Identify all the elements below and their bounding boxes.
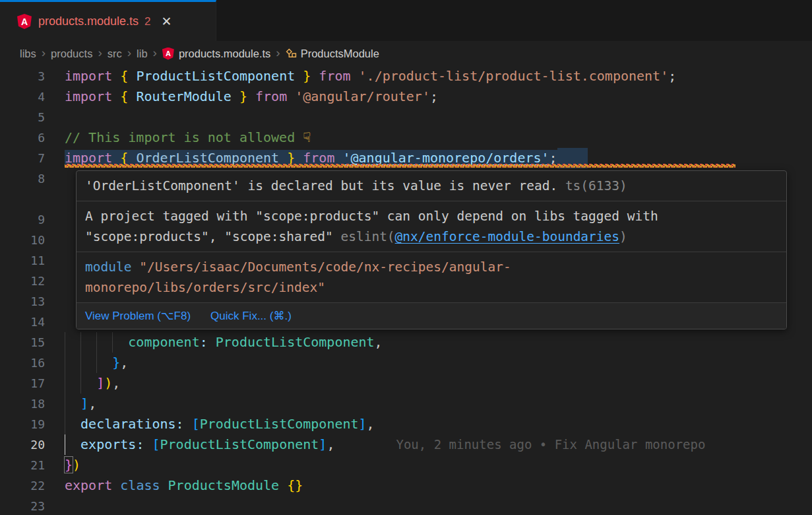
code-token: from — [319, 68, 350, 84]
ts-error-message: 'OrderListComponent' is declared but its… — [85, 178, 557, 193]
ts-error-code: ts(6133) — [557, 178, 627, 193]
code-line-content[interactable]: declarations: [ProductListComponent], — [65, 414, 812, 434]
code-line-content[interactable]: }, — [65, 353, 812, 373]
code-line-20[interactable]: 20exports: [ProductListComponent],You, 2… — [0, 434, 812, 455]
code-line-22[interactable]: 22export class ProductsModule {} — [0, 475, 812, 496]
code-line-15[interactable]: 15component: ProductListComponent, — [0, 332, 812, 353]
line-number[interactable]: 21 — [0, 455, 45, 475]
code-token — [295, 68, 303, 84]
code-line-content[interactable]: component: ProductListComponent, — [65, 332, 812, 353]
line-number[interactable]: 4 — [0, 86, 45, 107]
view-problem-button[interactable]: View Problem (⌥F8) — [85, 306, 191, 326]
code-line-6[interactable]: 6// This import is not allowed ☟ — [0, 127, 812, 148]
code-line-content[interactable]: exports: [ProductListComponent],You, 2 m… — [65, 434, 812, 455]
code-token: } — [112, 355, 120, 370]
line-number[interactable]: 6 — [0, 127, 45, 148]
code-token: , — [112, 375, 120, 391]
code-line-3[interactable]: 3import { ProductListComponent } from '.… — [0, 66, 812, 86]
indent-guide — [65, 414, 80, 434]
code-line-4[interactable]: 4import { RouterModule } from '@angular/… — [0, 86, 812, 107]
line-number[interactable]: 18 — [0, 394, 45, 414]
code-token: : — [176, 416, 192, 432]
code-line-18[interactable]: 18], — [0, 394, 812, 414]
code-line-5[interactable]: 5 — [0, 107, 812, 127]
code-line-content[interactable]: ], — [65, 394, 812, 414]
code-line-content[interactable] — [65, 496, 812, 515]
code-token: './product-list/product-list.component' — [359, 68, 669, 84]
breadcrumb-symbol[interactable]: ProductsModule — [286, 48, 379, 60]
code-token: ] — [80, 395, 88, 411]
line-number[interactable]: 3 — [0, 66, 45, 86]
code-line-17[interactable]: 17]), — [0, 373, 812, 394]
code-token: , — [375, 334, 383, 350]
code-token: import — [65, 88, 112, 104]
code-token: '@angular/router' — [295, 88, 430, 104]
eslint-rule-link[interactable]: @nx/enforce-module-boundaries — [395, 229, 619, 244]
code-line-content[interactable]: export class ProductsModule {} — [65, 475, 812, 496]
line-number[interactable]: 20 — [0, 434, 45, 455]
line-number[interactable]: 23 — [0, 496, 45, 515]
code-token: ProductsModule — [168, 477, 280, 493]
code-line-content[interactable] — [65, 107, 812, 127]
quick-fix-button[interactable]: Quick Fix... (⌘.) — [210, 306, 292, 326]
chevron-right-icon: › — [127, 46, 131, 60]
line-number[interactable]: 11 — [0, 250, 45, 271]
code-token: { — [120, 68, 128, 84]
code-token: ProductListComponent — [216, 334, 375, 350]
breadcrumb-item-lib[interactable]: lib — [137, 48, 148, 60]
line-number[interactable]: 19 — [0, 414, 45, 434]
line-number[interactable]: 5 — [0, 107, 45, 127]
code-token: ] — [359, 416, 367, 432]
code-token: { — [120, 88, 128, 104]
breadcrumb-item-src[interactable]: src — [108, 48, 122, 60]
code-token — [232, 88, 239, 104]
code-line-23[interactable]: 23 — [0, 496, 812, 515]
code-line-16[interactable]: 16}, — [0, 353, 812, 373]
eslint-source-suffix: ) — [619, 229, 627, 244]
code-line-content[interactable]: // This import is not allowed ☟ — [65, 127, 812, 148]
code-token — [311, 68, 319, 84]
breadcrumb-item-products[interactable]: products — [51, 48, 92, 60]
code-token: , — [88, 395, 96, 411]
line-number[interactable]: 15 — [0, 332, 45, 353]
indent-guide — [65, 353, 80, 373]
code-line-content[interactable]: import { ProductListComponent } from './… — [65, 66, 812, 86]
line-number[interactable]: 12 — [0, 271, 45, 291]
code-token: ; — [668, 68, 676, 84]
code-token: } — [303, 68, 311, 84]
tab-products-module[interactable]: A products.module.ts 2 ✕ — [0, 0, 216, 41]
eslint-source-prefix: eslint( — [333, 229, 395, 244]
code-line-content[interactable]: import { RouterModule } from '@angular/r… — [65, 86, 812, 107]
line-number[interactable]: 13 — [0, 291, 45, 312]
code-token — [112, 68, 120, 84]
code-token: ☟ — [303, 129, 311, 145]
hover-eslint-error: A project tagged with "scope:products" c… — [77, 201, 786, 252]
line-number[interactable]: 8 — [0, 168, 45, 189]
code-token — [112, 88, 120, 104]
line-number[interactable]: 22 — [0, 475, 45, 496]
line-number[interactable]: 7 — [0, 148, 45, 168]
line-number[interactable]: 10 — [0, 230, 45, 250]
close-icon[interactable]: ✕ — [162, 14, 172, 29]
code-token: ; — [430, 88, 438, 104]
breadcrumb-item-libs[interactable]: libs — [20, 48, 36, 60]
line-number[interactable]: 16 — [0, 353, 45, 373]
breadcrumb: libs›products›src›lib› A products.module… — [0, 41, 812, 66]
code-line-content[interactable]: ]), — [65, 373, 812, 394]
code-line-21[interactable]: 21}) — [0, 455, 812, 475]
indent-guide — [65, 373, 80, 394]
line-number[interactable]: 17 — [0, 373, 45, 394]
code-token: : — [200, 334, 216, 350]
line-number[interactable]: 9 — [0, 209, 45, 230]
code-token — [128, 68, 136, 84]
code-line-7[interactable]: 7import { OrderListComponent } from '@an… — [0, 148, 812, 168]
line-number[interactable] — [0, 189, 45, 209]
code-token: , — [367, 416, 375, 432]
breadcrumb-file[interactable]: A products.module.ts — [162, 48, 270, 60]
code-line-content[interactable]: }) — [65, 455, 812, 475]
code-token — [160, 477, 168, 493]
code-line-19[interactable]: 19declarations: [ProductListComponent], — [0, 414, 812, 434]
code-token: declarations — [80, 416, 176, 432]
line-number[interactable]: 14 — [0, 312, 45, 332]
code-line-content[interactable]: import { OrderListComponent } from '@ang… — [65, 148, 812, 168]
